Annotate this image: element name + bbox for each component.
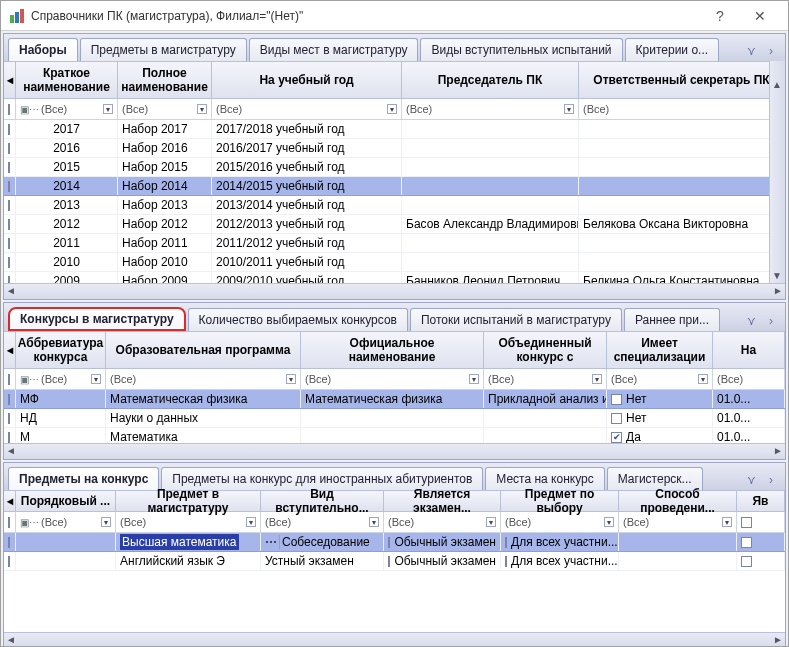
col-edu-program[interactable]: Образовательная программа <box>106 332 301 368</box>
dropdown-icon[interactable]: ▾ <box>486 517 496 527</box>
horizontal-scrollbar[interactable] <box>4 632 785 647</box>
table-row[interactable]: 2015Набор 20152015/2016 учебный год <box>4 158 785 177</box>
chevron-right-icon[interactable]: › <box>763 313 779 329</box>
col-short-name[interactable]: Краткое наименование <box>16 62 118 98</box>
yav-checkbox[interactable] <box>741 556 752 567</box>
tab-contests-mag[interactable]: Конкурсы в магистратуру <box>8 307 186 331</box>
col-na[interactable]: На <box>713 332 785 368</box>
table-row[interactable]: Английский язык ЭУстный экзаменОбычный э… <box>4 552 785 571</box>
dropdown-icon[interactable]: ▾ <box>101 517 111 527</box>
choice-checkbox[interactable] <box>505 537 507 548</box>
col-indicator[interactable]: ◂ <box>4 62 16 98</box>
col-is-exam[interactable]: Является экзамен... <box>384 491 501 511</box>
col-union-contest[interactable]: Объединенный конкурс с <box>484 332 607 368</box>
col-has-spec[interactable]: Имеет специализации <box>607 332 713 368</box>
spec-checkbox[interactable] <box>611 413 622 424</box>
table-row[interactable]: 2010Набор 20102010/2011 учебный год <box>4 253 785 272</box>
exam-checkbox[interactable] <box>388 556 390 567</box>
table-row[interactable]: Высшая математика⋯СобеседованиеОбычный э… <box>4 533 785 552</box>
chevron-down-icon[interactable]: ⋎ <box>743 472 759 488</box>
exam-checkbox[interactable] <box>388 537 390 548</box>
yav-checkbox[interactable] <box>741 537 752 548</box>
dropdown-icon[interactable]: ▾ <box>387 104 397 114</box>
choice-checkbox[interactable] <box>505 556 507 567</box>
dropdown-icon[interactable]: ▾ <box>469 374 479 384</box>
col-method[interactable]: Способ проведени... <box>619 491 737 511</box>
dropdown-icon[interactable]: ▾ <box>722 517 732 527</box>
col-academic-year[interactable]: На учебный год <box>212 62 402 98</box>
spec-checkbox[interactable] <box>611 394 622 405</box>
table-row[interactable]: 2011Набор 20112011/2012 учебный год <box>4 234 785 253</box>
chevron-right-icon[interactable]: › <box>763 472 779 488</box>
row-checkbox[interactable] <box>8 143 10 154</box>
tab-exam-threads[interactable]: Потоки испытаний в магистратуру <box>410 308 622 331</box>
row-checkbox[interactable] <box>8 238 10 249</box>
table-row[interactable]: 2012Набор 20122012/2013 учебный годБасов… <box>4 215 785 234</box>
help-button[interactable]: ? <box>700 8 740 24</box>
row-checkbox[interactable] <box>8 257 10 268</box>
col-indicator[interactable]: ◂ <box>4 491 16 511</box>
dropdown-icon[interactable]: ▾ <box>604 517 614 527</box>
col-official-name[interactable]: Официальное наименование <box>301 332 484 368</box>
row-checkbox[interactable] <box>8 124 10 135</box>
row-checkbox[interactable] <box>8 219 10 230</box>
close-button[interactable]: ✕ <box>740 8 780 24</box>
col-contest-abbr[interactable]: Аббревиатура конкурса <box>16 332 106 368</box>
table-row[interactable]: 2016Набор 20162016/2017 учебный год <box>4 139 785 158</box>
tab-contest-count[interactable]: Количество выбираемых конкурсов <box>188 308 408 331</box>
dropdown-icon[interactable]: ▾ <box>698 374 708 384</box>
table-row[interactable]: 2017Набор 20172017/2018 учебный год <box>4 120 785 139</box>
table-row[interactable]: НДНауки о данныхНет01.0... <box>4 409 785 428</box>
row-checkbox[interactable] <box>8 537 10 548</box>
chevron-down-icon[interactable]: ⋎ <box>743 313 759 329</box>
tab-sets[interactable]: Наборы <box>8 38 78 61</box>
dropdown-icon[interactable]: ▾ <box>564 104 574 114</box>
dropdown-icon[interactable]: ▾ <box>369 517 379 527</box>
col-ordinal[interactable]: Порядковый ... <box>16 491 116 511</box>
cell-subject[interactable]: Английский язык Э <box>116 552 261 570</box>
dropdown-icon[interactable]: ▾ <box>91 374 101 384</box>
dropdown-icon[interactable]: ▾ <box>286 374 296 384</box>
row-checkbox[interactable] <box>8 394 10 405</box>
row-checkbox[interactable] <box>8 413 10 424</box>
col-yav[interactable]: Яв <box>737 491 785 511</box>
filter-check-icon[interactable] <box>741 517 752 528</box>
horizontal-scrollbar[interactable] <box>4 443 785 459</box>
dropdown-icon[interactable]: ▾ <box>246 517 256 527</box>
col-elective[interactable]: Предмет по выбору <box>501 491 619 511</box>
col-indicator[interactable]: ◂ <box>4 332 16 368</box>
dropdown-icon[interactable]: ▾ <box>197 104 207 114</box>
tab-subjects-mag[interactable]: Предметы в магистратуру <box>80 38 247 61</box>
col-exam-kind[interactable]: Вид вступительно... <box>261 491 384 511</box>
col-chairman[interactable]: Председатель ПК <box>402 62 579 98</box>
dropdown-icon[interactable]: ▾ <box>103 104 113 114</box>
row-checkbox[interactable] <box>8 200 10 211</box>
table-row[interactable]: 2014Набор 20142014/2015 учебный год <box>4 177 785 196</box>
cell-subject[interactable]: Высшая математика <box>116 533 261 551</box>
filter-check-icon[interactable] <box>8 517 10 528</box>
table-row[interactable]: 2013Набор 20132013/2014 учебный год <box>4 196 785 215</box>
tab-entrance-exam-types[interactable]: Виды вступительных испытаний <box>420 38 622 61</box>
row-checkbox[interactable] <box>8 556 10 567</box>
filter-check-icon[interactable] <box>8 104 10 115</box>
col-subject-mag[interactable]: Предмет в магистратуру <box>116 491 261 511</box>
row-checkbox[interactable] <box>8 432 10 443</box>
spec-checkbox[interactable] <box>611 432 622 443</box>
col-full-name[interactable]: Полное наименование <box>118 62 212 98</box>
cell-kind[interactable]: ⋯Собеседование <box>261 533 384 551</box>
filter-check-icon[interactable] <box>8 374 10 385</box>
tab-criteria[interactable]: Критерии о... <box>625 38 720 61</box>
cell-year: 2015/2016 учебный год <box>212 158 402 176</box>
row-checkbox[interactable] <box>8 162 10 173</box>
cell-kind[interactable]: Устный экзамен <box>261 552 384 570</box>
dropdown-icon[interactable]: ▾ <box>592 374 602 384</box>
table-row[interactable]: МФМатематическая физикаМатематическая фи… <box>4 390 785 409</box>
tab-place-types[interactable]: Виды мест в магистратуру <box>249 38 419 61</box>
horizontal-scrollbar[interactable] <box>4 283 785 299</box>
row-checkbox[interactable] <box>8 181 10 192</box>
tab-early[interactable]: Раннее при... <box>624 308 720 331</box>
chevron-down-icon[interactable]: ⋎ <box>743 43 759 59</box>
vertical-scrollbar[interactable] <box>769 61 785 283</box>
chevron-right-icon[interactable]: › <box>763 43 779 59</box>
col-secretary[interactable]: Ответственный секретарь ПК <box>579 62 785 98</box>
